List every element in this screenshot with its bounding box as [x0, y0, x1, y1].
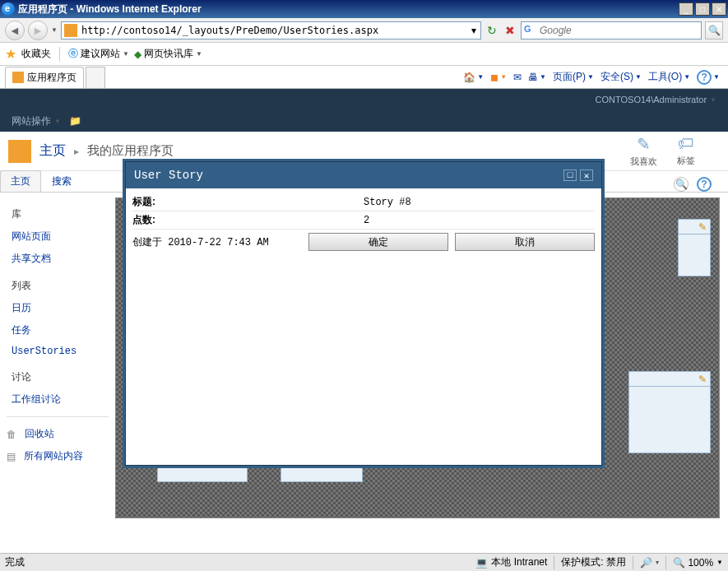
- window-title: 应用程序页 - Windows Internet Explorer: [18, 2, 677, 16]
- dialog-titlebar[interactable]: User Story □ ✕: [126, 162, 601, 188]
- edit-icon: ✎: [698, 221, 707, 232]
- nav-calendar[interactable]: 日历: [7, 299, 109, 317]
- title-label: 标题:: [132, 195, 364, 209]
- tags-icon: 🏷: [678, 134, 694, 153]
- home-link[interactable]: 主页: [39, 142, 66, 160]
- title-value: Story #8: [364, 197, 595, 208]
- favorites-bar: ★ 收藏夹 ⓔ 建议网站 ▼ ◆ 网页快讯库 ▼: [0, 43, 728, 66]
- story-card[interactable]: ✎: [678, 219, 711, 276]
- protected-mode-label: 保护模式: 禁用: [561, 555, 626, 569]
- google-icon: G: [524, 24, 537, 37]
- mail-button[interactable]: ✉: [513, 72, 522, 83]
- points-label: 点数:: [132, 213, 364, 227]
- user-story-dialog: User Story □ ✕ 标题: Story #8 点数: 2 创建于 20…: [125, 161, 602, 466]
- quick-launch: 库 网站页面 共享文档 列表 日历 任务 UserStories 讨论 工作组讨…: [0, 193, 115, 571]
- favorites-star-icon[interactable]: ★: [5, 46, 16, 62]
- dialog-title: User Story: [134, 169, 203, 182]
- search-box[interactable]: G: [521, 21, 702, 39]
- cancel-button[interactable]: 取消: [455, 233, 595, 251]
- story-card[interactable]: ✎: [628, 371, 711, 453]
- safety-menu[interactable]: 安全(S)▼: [600, 70, 642, 84]
- nav-lists[interactable]: 列表: [7, 277, 109, 295]
- web-slice-link[interactable]: ◆ 网页快讯库 ▼: [134, 47, 202, 61]
- dialog-close-button[interactable]: ✕: [580, 169, 593, 181]
- site-actions-label: 网站操作: [12, 114, 51, 128]
- tab-search[interactable]: 搜索: [41, 170, 82, 192]
- tags-button[interactable]: 🏷 标签: [677, 134, 695, 168]
- points-value: 2: [364, 215, 595, 226]
- slice-icon: ◆: [134, 49, 141, 60]
- like-icon: ✎: [637, 134, 651, 154]
- zoom-button[interactable]: 🔍 100%: [673, 557, 713, 569]
- username-label: CONTOSO14\Administrator: [596, 95, 707, 104]
- maximize-button[interactable]: □: [695, 2, 710, 16]
- breadcrumb-current: 我的应用程序页: [87, 143, 174, 159]
- status-bar: 完成 💻 本地 Intranet 保护模式: 禁用 🔎 ▾ 🔍 100% ▼: [0, 553, 728, 571]
- nav-libraries[interactable]: 库: [7, 206, 109, 223]
- feeds-button[interactable]: ◼▼: [490, 72, 507, 83]
- page-tab[interactable]: 应用程序页: [5, 67, 84, 88]
- tab-title: 应用程序页: [27, 71, 77, 85]
- nav-discussions[interactable]: 讨论: [7, 369, 109, 386]
- history-dropdown[interactable]: ▼: [51, 26, 58, 34]
- stop-button[interactable]: ✖: [503, 23, 517, 38]
- site-actions-menu[interactable]: 网站操作 ▼: [12, 114, 61, 128]
- tools-menu[interactable]: 工具(O)▼: [648, 70, 690, 84]
- nav-tasks[interactable]: 任务: [7, 322, 109, 339]
- created-info: 创建于 2010-7-22 7:43 AM: [132, 235, 269, 249]
- minimize-button[interactable]: _: [679, 2, 693, 16]
- ok-button[interactable]: 确定: [308, 233, 448, 251]
- sp-site-actions-bar: 网站操作 ▼ 📁: [0, 110, 728, 132]
- url-input[interactable]: [80, 25, 467, 36]
- navigate-up-icon[interactable]: 📁: [69, 115, 81, 127]
- internet-zone-icon: 💻: [475, 557, 488, 569]
- field-row-title: 标题: Story #8: [132, 193, 595, 211]
- nav-all-content[interactable]: ▤ 所有网站内容: [7, 448, 109, 465]
- breadcrumb-separator: ▸: [74, 146, 79, 157]
- print-button[interactable]: 🖶▼: [528, 72, 546, 83]
- tab-favicon: [12, 72, 24, 83]
- help-menu[interactable]: ?▼: [697, 70, 720, 85]
- tab-bar: 应用程序页 🏠▼ ◼▼ ✉ 🖶▼ 页面(P)▼ 安全(S)▼ 工具(O)▼ ?▼: [0, 66, 728, 89]
- tab-home[interactable]: 主页: [0, 170, 41, 192]
- recycle-icon: 🗑: [7, 429, 16, 440]
- search-icon[interactable]: 🔍: [674, 177, 689, 192]
- forward-button[interactable]: ►: [28, 21, 48, 40]
- edit-icon: ✎: [698, 374, 707, 384]
- status-text: 完成: [5, 555, 25, 569]
- nav-team-discussion[interactable]: 工作组讨论: [7, 391, 109, 408]
- site-favicon: [64, 24, 77, 37]
- dialog-maximize-button[interactable]: □: [563, 169, 577, 181]
- nav-site-pages[interactable]: 网站页面: [7, 228, 109, 245]
- nav-shared-docs[interactable]: 共享文档: [7, 250, 109, 267]
- dialog-footer: 创建于 2010-7-22 7:43 AM 确定 取消: [132, 233, 595, 251]
- refresh-button[interactable]: ↻: [485, 23, 499, 38]
- site-logo[interactable]: [8, 140, 31, 163]
- search-input[interactable]: [540, 25, 701, 36]
- page-menu[interactable]: 页面(P)▼: [553, 70, 594, 84]
- zone-label: 本地 Intranet: [491, 555, 547, 569]
- new-tab-button[interactable]: [86, 67, 105, 88]
- back-button[interactable]: ◄: [5, 21, 25, 40]
- address-bar[interactable]: ▾: [61, 21, 481, 39]
- suggested-sites-label: 建议网站: [81, 47, 120, 61]
- user-menu[interactable]: CONTOSO14\Administrator ▼: [596, 95, 716, 104]
- zoom-dropdown[interactable]: ▼: [716, 559, 723, 566]
- home-button[interactable]: 🏠▼: [463, 72, 484, 83]
- help-icon[interactable]: ?: [697, 177, 712, 192]
- url-dropdown[interactable]: ▾: [467, 25, 480, 36]
- ie-small-icon: ⓔ: [68, 47, 78, 61]
- favorites-label[interactable]: 收藏夹: [21, 47, 51, 61]
- nav-recycle-bin[interactable]: 🗑 回收站: [7, 425, 109, 443]
- content-icon: ▤: [7, 451, 16, 462]
- like-button[interactable]: ✎ 我喜欢: [630, 134, 657, 168]
- search-button[interactable]: 🔍: [705, 21, 723, 39]
- window-titlebar: 应用程序页 - Windows Internet Explorer _ □ ✕: [0, 0, 728, 18]
- sp-ribbon: CONTOSO14\Administrator ▼: [0, 89, 728, 110]
- close-button[interactable]: ✕: [712, 2, 726, 16]
- zoom-out-icon[interactable]: 🔎: [640, 557, 652, 569]
- nav-userstories[interactable]: UserStories: [7, 344, 109, 359]
- nav-toolbar: ◄ ► ▼ ▾ ↻ ✖ G 🔍: [0, 18, 728, 43]
- suggested-sites-link[interactable]: ⓔ 建议网站 ▼: [68, 47, 129, 61]
- dialog-body: 标题: Story #8 点数: 2 创建于 2010-7-22 7:43 AM…: [126, 188, 601, 256]
